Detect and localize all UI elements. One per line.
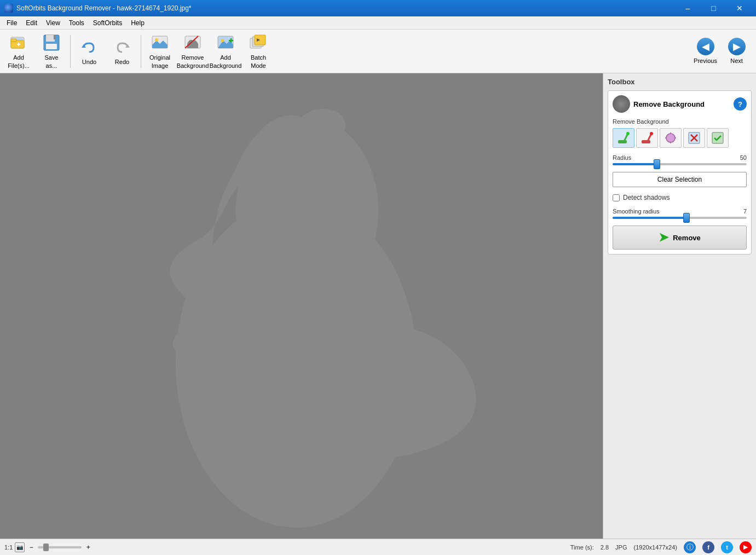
- batch-icon: [249, 33, 268, 53]
- time-label: Time (s):: [570, 544, 594, 551]
- svg-point-31: [650, 132, 653, 135]
- save-as-label: Saveas...: [44, 54, 58, 70]
- menu-softorbits[interactable]: SoftOrbits: [89, 17, 126, 29]
- smoothing-slider-container: [613, 217, 747, 219]
- detect-shadows-checkbox[interactable]: [613, 194, 620, 201]
- save-icon: [42, 33, 61, 53]
- previous-button[interactable]: ◀ Previous: [690, 32, 720, 70]
- menu-tools[interactable]: Tools: [65, 17, 89, 29]
- svg-rect-25: [258, 298, 324, 331]
- save-as-button[interactable]: Saveas...: [35, 32, 68, 71]
- redo-label: Redo: [115, 59, 129, 65]
- status-right: Time (s): 2.8 JPG (1920x1477x24) ⓘ f t ▶: [570, 541, 752, 553]
- add-bg-icon: [216, 33, 235, 53]
- remove-bg-section: Remove Background ? Remove Background: [608, 90, 752, 255]
- menu-edit[interactable]: Edit: [21, 17, 42, 29]
- svg-point-17: [221, 39, 224, 42]
- status-bar: 1:1 📷 − + Time (s): 2.8 JPG (1920x1477x2…: [0, 539, 756, 555]
- previous-arrow-icon: ◀: [697, 38, 714, 55]
- radius-value: 50: [740, 154, 747, 161]
- youtube-button[interactable]: ▶: [740, 541, 752, 553]
- format-label: JPG: [615, 544, 627, 551]
- radius-thumb[interactable]: [654, 159, 660, 169]
- svg-rect-3: [11, 39, 16, 42]
- title-bar-left: SoftOrbits Background Remover - hawk-271…: [4, 4, 192, 13]
- undo-icon: [79, 38, 99, 57]
- zoom-in-button[interactable]: +: [84, 543, 93, 552]
- add-files-icon: [9, 33, 28, 53]
- clear-selection-button[interactable]: Clear Selection: [613, 172, 747, 187]
- remove-bg-header: Remove Background ?: [613, 95, 747, 113]
- smoothing-track: [613, 217, 747, 219]
- radius-label: Radius: [613, 154, 631, 161]
- separator-1: [70, 35, 71, 68]
- next-button[interactable]: ▶ Next: [722, 32, 752, 70]
- facebook-button[interactable]: f: [702, 541, 714, 553]
- svg-rect-29: [642, 140, 650, 143]
- original-image-label: OriginalImage: [149, 54, 170, 70]
- detect-shadows-row: Detect shadows: [613, 194, 747, 201]
- radius-track: [613, 163, 747, 165]
- green-brush-button[interactable]: [613, 128, 634, 148]
- tool-buttons-row: [613, 128, 747, 148]
- erase-selection-button[interactable]: [683, 128, 705, 148]
- time-value: 2.8: [601, 544, 609, 551]
- remove-button[interactable]: ➤ Remove: [613, 226, 747, 250]
- remove-bg-icon: [613, 95, 630, 113]
- section-title: Remove Background: [633, 100, 705, 108]
- svg-point-28: [626, 132, 630, 135]
- canvas-area[interactable]: [0, 73, 603, 539]
- separator-2: [141, 35, 141, 68]
- remove-bg-sublabel: Remove Background: [613, 118, 747, 125]
- zoom-slider[interactable]: [38, 546, 82, 548]
- title-bar-text: SoftOrbits Background Remover - hawk-271…: [16, 4, 192, 12]
- svg-point-32: [666, 134, 675, 142]
- svg-rect-7: [46, 35, 55, 42]
- magic-wand-button[interactable]: [660, 128, 682, 148]
- zoom-icon: 📷: [15, 542, 25, 552]
- toolbox-title: Toolbox: [608, 78, 752, 86]
- maximize-button[interactable]: □: [701, 0, 726, 16]
- svg-point-13: [155, 38, 158, 42]
- smoothing-value: 7: [743, 208, 747, 215]
- batch-mode-button[interactable]: BatchMode: [242, 32, 275, 71]
- zoom-thumb[interactable]: [43, 544, 49, 551]
- twitter-button[interactable]: t: [721, 541, 733, 553]
- add-files-button[interactable]: AddFile(s)...: [2, 32, 35, 71]
- original-image-button[interactable]: OriginalImage: [143, 32, 176, 71]
- remove-arrow-icon: ➤: [659, 230, 668, 245]
- menu-help[interactable]: Help: [126, 17, 149, 29]
- radius-slider-container: [613, 163, 747, 165]
- smoothing-row: Smoothing radius 7: [613, 208, 747, 215]
- add-bg-label: AddBackground: [210, 54, 242, 70]
- toolbox: Toolbox Remove Background ? Remove Backg…: [603, 73, 756, 539]
- radius-row: Radius 50: [613, 154, 747, 161]
- zoom-level: 1:1: [4, 544, 13, 551]
- menu-view[interactable]: View: [42, 17, 65, 29]
- nav-buttons: ◀ Previous ▶ Next: [690, 32, 752, 70]
- redo-button[interactable]: Redo: [106, 32, 138, 71]
- menu-file[interactable]: File: [2, 17, 21, 29]
- remove-background-button[interactable]: RemoveBackground: [176, 32, 209, 71]
- zoom-out-button[interactable]: −: [27, 543, 36, 552]
- undo-button[interactable]: Undo: [73, 32, 106, 71]
- red-brush-button[interactable]: [636, 128, 658, 148]
- undo-label: Undo: [82, 59, 96, 65]
- help-button[interactable]: ?: [734, 97, 747, 111]
- restore-all-button[interactable]: [707, 128, 729, 148]
- smoothing-thumb[interactable]: [683, 213, 690, 223]
- title-bar: SoftOrbits Background Remover - hawk-271…: [0, 0, 756, 16]
- smoothing-fill: [613, 217, 686, 219]
- info-button[interactable]: ⓘ: [684, 541, 696, 553]
- minimize-button[interactable]: –: [676, 0, 700, 16]
- remove-bg-toolbar-icon: [183, 33, 203, 53]
- batch-mode-label: BatchMode: [251, 54, 266, 70]
- original-icon: [150, 33, 170, 53]
- next-label: Next: [730, 57, 743, 64]
- svg-rect-8: [54, 35, 56, 39]
- dimensions-label: (1920x1477x24): [633, 544, 677, 551]
- svg-rect-26: [618, 140, 627, 143]
- close-button[interactable]: ✕: [727, 0, 752, 16]
- title-bar-controls: – □ ✕: [676, 0, 752, 16]
- add-background-button[interactable]: AddBackground: [209, 32, 242, 71]
